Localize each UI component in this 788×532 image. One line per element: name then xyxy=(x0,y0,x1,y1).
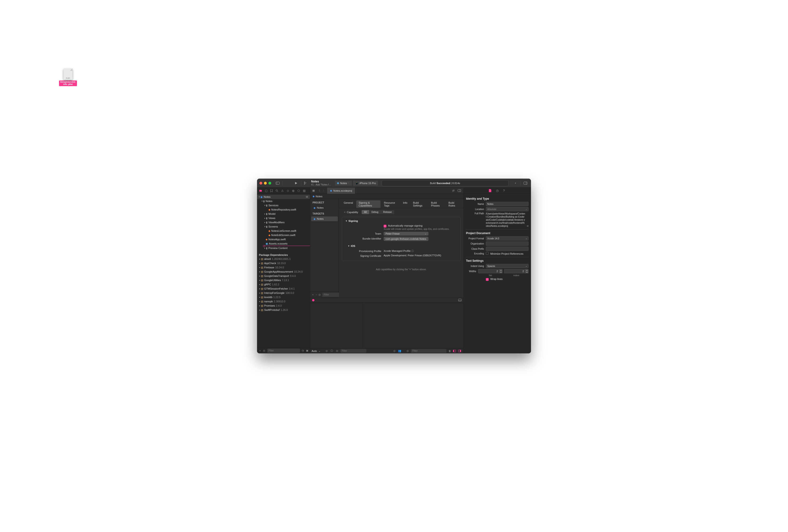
package-row[interactable]: ▸▧nanopb2.30910.0 xyxy=(257,299,310,303)
left-pane-toggle[interactable] xyxy=(453,350,457,352)
config-segment-option[interactable]: All xyxy=(362,210,369,214)
console-scope-icon[interactable]: ◎ xyxy=(406,349,410,352)
back-icon[interactable]: 〈 xyxy=(316,188,321,193)
package-row[interactable]: ▸▧GTMSessionFetcher3.4.1 xyxy=(257,287,310,291)
prefix-input[interactable] xyxy=(486,247,529,251)
tree-folder-model[interactable]: ▸▮ Model xyxy=(257,212,310,216)
tab-file[interactable]: ◉ Notes.xcodeproj xyxy=(327,188,355,194)
config-segment-option[interactable]: Debug xyxy=(369,210,380,214)
project-tab[interactable]: Build Phases xyxy=(429,200,445,208)
debug-people-icon[interactable]: 👥 xyxy=(398,349,401,352)
project-tab[interactable]: Signing & Capabilities xyxy=(356,200,380,208)
project-item[interactable]: ◉ Notes xyxy=(311,205,338,210)
project-tab[interactable]: Info xyxy=(400,200,410,208)
target-item[interactable]: ◉ Notes xyxy=(311,216,338,221)
split-editor-icon[interactable] xyxy=(457,188,462,193)
project-tab[interactable]: General xyxy=(341,200,355,208)
tree-file[interactable]: ◆ NotesListScreen.swift xyxy=(257,229,310,233)
history-inspector-icon[interactable]: ◷ xyxy=(495,189,499,192)
navigator-filter-input[interactable] xyxy=(267,349,300,353)
add-target-icon[interactable]: ＋ xyxy=(312,293,314,296)
trash-icon[interactable]: 🗑 xyxy=(448,350,452,352)
library-button[interactable] xyxy=(523,181,529,186)
tree-folder-viewmodifiers[interactable]: ▸▮ ViewModifiers xyxy=(257,220,310,224)
info-icon[interactable]: ⓘ xyxy=(411,250,414,252)
name-input[interactable] xyxy=(486,202,529,206)
recent-filter-icon[interactable]: ◷ xyxy=(301,349,304,352)
issue-navigator-icon[interactable]: ⚠ xyxy=(280,189,284,193)
run-button[interactable] xyxy=(293,181,299,186)
toggle-navigator-icon[interactable] xyxy=(275,181,281,186)
tree-folder-preview[interactable]: ▸▮ Preview Content xyxy=(257,246,310,250)
add-editor-button[interactable]: ＋ xyxy=(512,181,518,186)
refresh-icon[interactable]: ⇄ xyxy=(451,188,456,193)
scm-filter-icon[interactable]: ▣ xyxy=(306,349,309,352)
reveal-in-finder-icon[interactable]: ➜ xyxy=(527,224,529,228)
package-row[interactable]: ▸▧AppCheck10.19.0 xyxy=(257,261,310,265)
package-row[interactable]: ▸▧GoogleAppMeasurement10.24.0 xyxy=(257,270,310,274)
format-select[interactable]: Xcode 14.0 xyxy=(486,236,529,240)
help-inspector-icon[interactable]: ? xyxy=(502,189,506,192)
project-tab[interactable]: Resource Tags xyxy=(381,200,400,208)
ios-section[interactable]: ▾ iOS xyxy=(348,244,456,248)
source-control-icon[interactable] xyxy=(303,181,307,186)
eye2-icon[interactable]: ◎ xyxy=(393,349,396,352)
remove-target-icon[interactable]: − xyxy=(316,293,317,296)
forward-icon[interactable]: 〉 xyxy=(321,188,326,193)
debug-process-icon[interactable] xyxy=(312,299,314,301)
close-window[interactable] xyxy=(259,182,262,184)
debug-navigator-icon[interactable]: ◍ xyxy=(291,189,295,193)
bundle-id-input[interactable] xyxy=(383,237,429,241)
minimize-window[interactable] xyxy=(264,182,267,184)
bookmarks-navigator-icon[interactable] xyxy=(269,189,274,193)
eye-icon[interactable]: ◎ xyxy=(325,349,329,352)
package-row[interactable]: ▸▧gRPC1.62.2 xyxy=(257,282,310,287)
team-select[interactable]: Peter Friese xyxy=(383,232,429,236)
project-tab[interactable]: Build Settings xyxy=(411,200,428,208)
info-icon[interactable]: ⓘ xyxy=(330,349,334,353)
zoom-window[interactable] xyxy=(269,182,271,184)
breadcrumb[interactable]: ◉ Notes xyxy=(310,194,464,199)
target-scope-icon[interactable]: ◎ xyxy=(318,293,321,296)
config-segment-option[interactable]: Release xyxy=(381,210,394,214)
console-filter-input[interactable] xyxy=(411,349,447,353)
tree-folder-services[interactable]: ▾▮ Services xyxy=(257,203,310,208)
variables-filter-input[interactable] xyxy=(340,349,367,353)
wrap-lines-checkbox[interactable]: ✓ xyxy=(486,278,489,281)
package-row[interactable]: ▸▧GoogleUtilities7.13.1 xyxy=(257,278,310,282)
indent-select[interactable]: Spaces xyxy=(486,264,529,268)
project-tab[interactable]: Build Rules xyxy=(446,200,461,208)
package-row[interactable]: ▸▧leveldb1.22.5 xyxy=(257,295,310,299)
tree-file-assets[interactable]: ▣ Assets.xcassets xyxy=(257,241,310,246)
scheme-selector[interactable]: ◉ Notes 〉 xyxy=(335,181,352,186)
tree-file[interactable]: ◆ NotesRepository.swift xyxy=(257,208,310,212)
related-items-icon[interactable]: ▦ xyxy=(311,188,316,193)
tab-width-stepper[interactable]: ▲▼ xyxy=(478,269,503,273)
package-row[interactable]: ▸▧abseil1.2024011601.1 xyxy=(257,257,310,261)
source-control-navigator-icon[interactable]: ▢ xyxy=(264,189,268,193)
package-row[interactable]: ▸▧SwiftProtobuf1.26.0 xyxy=(257,308,310,312)
tree-file[interactable]: ◆ NotesApp.swift xyxy=(257,237,310,241)
tree-file[interactable]: ◆ NoteEditScreen.swift xyxy=(257,233,310,237)
tree-folder-views[interactable]: ▸▮ Views xyxy=(257,216,310,220)
config-segment[interactable]: AllDebugRelease xyxy=(362,210,394,214)
package-row[interactable]: ▸▧GoogleDataTransport9.4.0 xyxy=(257,274,310,278)
auto-signing-checkbox[interactable]: ✓ xyxy=(383,225,387,228)
right-pane-toggle[interactable] xyxy=(458,350,462,352)
device-selector[interactable]: 📱 iPhone 15 Pro xyxy=(353,181,378,186)
scope-icon[interactable]: ◎ xyxy=(263,349,265,352)
add-capability-button[interactable]: ＋Capability xyxy=(341,210,360,215)
breakpoint-navigator-icon[interactable]: ⬠ xyxy=(296,189,301,193)
indent-width-stepper[interactable]: ▲▼ xyxy=(504,269,529,273)
minimize-refs-checkbox[interactable] xyxy=(486,252,489,255)
auto-scope[interactable]: Auto xyxy=(312,350,317,352)
file-inspector-icon[interactable] xyxy=(489,189,493,192)
org-input[interactable] xyxy=(486,241,529,246)
package-row[interactable]: ▸▧Promises2.4.0 xyxy=(257,303,310,308)
toggle-console-icon[interactable] xyxy=(458,299,461,301)
package-row[interactable]: ▸▧InteropForGoogle100.0.0 xyxy=(257,291,310,295)
location-select[interactable]: Absolute xyxy=(486,207,529,211)
find-navigator-icon[interactable] xyxy=(275,189,279,193)
project-navigator-icon[interactable] xyxy=(258,189,263,193)
test-navigator-icon[interactable]: ◇ xyxy=(285,189,290,193)
